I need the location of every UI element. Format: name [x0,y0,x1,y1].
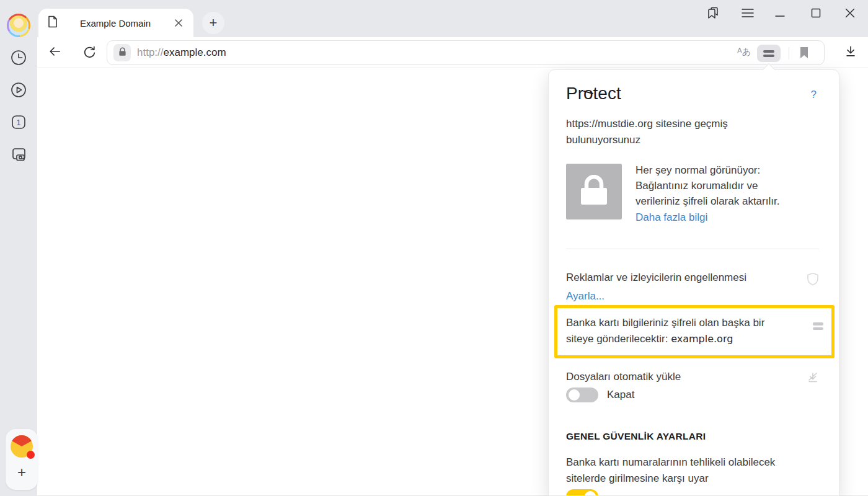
translate-icon: A [737,46,742,54]
mail-widget[interactable]: + [6,429,38,490]
card-warning-text: Banka kartı bilgileriniz şifreli olan ba… [566,315,823,347]
destination-site: example.org [671,333,733,345]
lock-icon [118,47,126,59]
add-widget-button[interactable]: + [17,465,26,480]
site-security-badge[interactable] [113,44,131,61]
card-warning-highlight: Banka kartı bilgileriniz şifreli olan ba… [554,305,835,358]
tab-title: Example Domain [58,18,172,29]
minimize-button[interactable] [773,7,787,22]
notification-dot [27,451,35,459]
bookmark-button[interactable] [799,46,809,61]
toolbar: http:// example.com Aあ [37,37,868,68]
mail-icon [11,435,33,458]
screenshot-camera-icon [9,145,28,166]
screenshot-button[interactable] [8,145,29,166]
back-arrow-icon [48,45,61,61]
tab-close-icon[interactable] [172,17,185,29]
history-button[interactable] [8,48,29,69]
menu-button[interactable] [740,7,755,22]
reload-icon [82,45,96,61]
translate-button[interactable]: Aあ [737,46,751,58]
autoload-disabled-icon [807,371,819,386]
back-button[interactable] [47,45,62,60]
page-icon [47,16,58,30]
close-icon [845,8,855,20]
bank-card-icon [813,322,823,330]
sidebar: 1 + [0,0,37,496]
general-security-header: GENEL GÜVENLİK AYARLARI [566,431,706,442]
tabs-button[interactable]: 1 [8,113,29,134]
panel-divider [566,249,819,249]
ads-blocking-label: Reklamlar ve izleyicilerin engellenmesi [566,272,746,284]
panels-icon [706,6,720,23]
window-close-button[interactable] [843,7,857,22]
status-text: Her şey normal görünüyor: Bağlantınız ko… [636,162,779,209]
protect-button[interactable] [757,45,781,62]
profile-avatar[interactable] [7,14,30,37]
more-info-link[interactable]: Daha fazla bilgi [636,211,707,224]
svg-text:1: 1 [17,118,21,127]
clock-icon [9,48,28,69]
shield-icon [807,272,819,288]
card-warning-toggle[interactable] [566,489,598,496]
protect-panel: Protect ? https://mustdie.org sitesine g… [548,69,839,496]
autoload-toggle-state: Kapat [607,389,634,401]
media-button[interactable] [8,81,29,102]
tab-strip: Example Domain + [37,0,868,37]
security-status-image [566,164,622,219]
help-button[interactable]: ? [811,89,817,101]
maximize-button[interactable] [808,7,823,22]
play-icon [9,81,28,102]
download-icon [844,45,857,61]
visited-site-text: https://mustdie.org sitesine geçmiş bulu… [566,116,728,148]
downloads-button[interactable] [843,45,858,60]
address-bar-divider [789,47,789,60]
url-scheme: http:// [137,46,164,59]
hamburger-icon [742,8,754,20]
autoload-toggle[interactable] [566,388,598,402]
side-panels-button[interactable] [706,7,720,22]
reload-button[interactable] [82,45,97,60]
url-host: example.com [164,46,226,59]
ads-configure-link[interactable]: Ayarla... [566,290,604,303]
card-number-warning-setting-label: Banka kartı numaralarının tehlikeli olab… [566,454,775,487]
new-tab-button[interactable]: + [202,12,224,34]
tab-counter-icon: 1 [9,113,28,134]
browser-tab[interactable]: Example Domain [38,9,193,37]
minimize-icon [775,8,785,20]
address-bar[interactable]: http:// example.com Aあ [107,40,825,65]
protect-title: Protect [566,84,621,104]
autoload-files-label: Dosyaları otomatik yükle [566,371,681,383]
maximize-icon [811,8,821,20]
big-lock-icon [580,175,608,208]
